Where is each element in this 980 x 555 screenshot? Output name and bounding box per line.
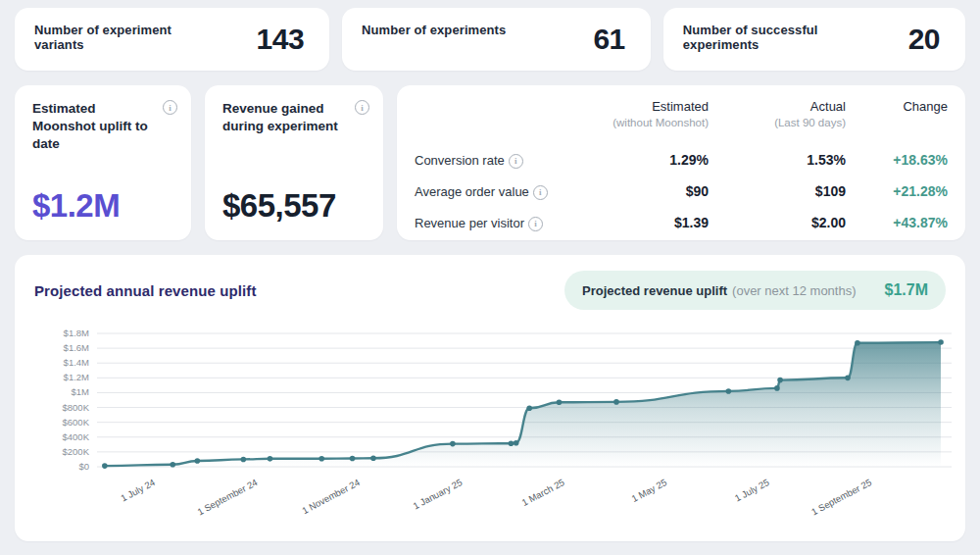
svg-text:1 November 24: 1 November 24 bbox=[300, 477, 362, 516]
stat-label: Number of experiments bbox=[362, 8, 506, 37]
info-icon[interactable]: i bbox=[533, 185, 548, 200]
top-stats-row: Number of experiment variants 143 Number… bbox=[15, 8, 965, 71]
svg-text:$400K: $400K bbox=[63, 431, 90, 442]
kpi-label: Estimated Moonshot uplift to date bbox=[32, 100, 157, 152]
svg-text:$800K: $800K bbox=[63, 402, 90, 413]
stat-card-experiments: Number of experiments 61 bbox=[342, 8, 651, 71]
metrics-header-change: Change bbox=[846, 99, 948, 144]
svg-text:$1.4M: $1.4M bbox=[64, 357, 89, 368]
column-title: Actual bbox=[709, 99, 846, 114]
chart-area-series bbox=[102, 339, 944, 469]
chart-title: Projected annual revenue uplift bbox=[34, 282, 256, 299]
svg-text:1 July 25: 1 July 25 bbox=[733, 477, 771, 504]
metric-label-text: Conversion rate bbox=[415, 153, 505, 168]
column-title: Estimated bbox=[554, 99, 709, 114]
chart-card: Projected annual revenue uplift Projecte… bbox=[15, 255, 965, 541]
metric-label: Revenue per visitor i bbox=[415, 207, 554, 238]
svg-text:1 July 24: 1 July 24 bbox=[119, 477, 157, 504]
column-title: Change bbox=[846, 99, 948, 114]
svg-text:1 May 25: 1 May 25 bbox=[629, 477, 668, 504]
svg-text:$0: $0 bbox=[78, 461, 89, 472]
metrics-table-card: Estimated (without Moonshot) Actual (Las… bbox=[397, 85, 965, 240]
metrics-table: Estimated (without Moonshot) Actual (Las… bbox=[415, 99, 948, 238]
projected-uplift-badge: Projected revenue uplift (over next 12 m… bbox=[564, 271, 946, 310]
stat-card-successful-experiments: Number of successful experiments 20 bbox=[663, 8, 965, 71]
dashboard: Number of experiment variants 143 Number… bbox=[0, 0, 980, 553]
column-subtitle: (without Moonshot) bbox=[554, 117, 709, 128]
badge-sublabel: (over next 12 months) bbox=[732, 283, 856, 298]
svg-text:$600K: $600K bbox=[63, 417, 90, 428]
column-subtitle: (Last 90 days) bbox=[709, 117, 846, 128]
metrics-header-spacer bbox=[415, 99, 554, 144]
metric-estimated: $1.39 bbox=[554, 207, 709, 238]
metric-change: +43.87% bbox=[846, 207, 948, 238]
badge-value: $1.7M bbox=[885, 281, 928, 299]
kpi-row: Estimated Moonshot uplift to date i $1.2… bbox=[15, 85, 965, 240]
badge-label: Projected revenue uplift bbox=[582, 283, 727, 298]
revenue-chart[interactable]: $0$200K$400K$600K$800K$1M$1.2M$1.4M$1.6M… bbox=[34, 320, 946, 535]
chart-y-axis-labels: $0$200K$400K$600K$800K$1M$1.2M$1.4M$1.6M… bbox=[63, 328, 90, 472]
svg-text:$1M: $1M bbox=[72, 386, 90, 397]
kpi-card-revenue-gained: Revenue gained during experiment i $65,5… bbox=[205, 85, 383, 240]
svg-text:$1.2M: $1.2M bbox=[64, 372, 89, 382]
metric-actual: $2.00 bbox=[709, 207, 846, 238]
stat-label: Number of experiment variants bbox=[34, 8, 202, 52]
svg-text:1 September 25: 1 September 25 bbox=[809, 477, 873, 517]
kpi-value: $1.2M bbox=[32, 187, 177, 225]
metric-label-text: Revenue per visitor bbox=[415, 216, 524, 230]
metric-label: Average order value i bbox=[415, 176, 554, 207]
metric-change: +18.63% bbox=[846, 144, 948, 176]
stat-value: 61 bbox=[593, 23, 624, 56]
info-icon[interactable]: i bbox=[509, 154, 523, 169]
svg-text:$200K: $200K bbox=[63, 446, 90, 457]
kpi-card-moonshot-uplift: Estimated Moonshot uplift to date i $1.2… bbox=[15, 85, 191, 240]
metrics-header-estimated: Estimated (without Moonshot) bbox=[554, 99, 709, 144]
stat-card-experiment-variants: Number of experiment variants 143 bbox=[15, 8, 329, 71]
info-icon[interactable]: i bbox=[528, 217, 543, 231]
svg-text:1 March 25: 1 March 25 bbox=[520, 477, 566, 508]
svg-text:1 January 25: 1 January 25 bbox=[412, 477, 465, 512]
metrics-header-actual: Actual (Last 90 days) bbox=[709, 99, 846, 144]
kpi-label: Revenue gained during experiment bbox=[222, 100, 349, 135]
metric-actual: 1.53% bbox=[709, 144, 846, 176]
metric-estimated: 1.29% bbox=[554, 144, 709, 176]
info-icon[interactable]: i bbox=[163, 100, 177, 115]
kpi-value: $65,557 bbox=[222, 187, 369, 225]
svg-text:1 September 24: 1 September 24 bbox=[196, 477, 260, 517]
stat-value: 20 bbox=[908, 23, 940, 56]
metric-label: Conversion rate i bbox=[415, 144, 554, 176]
revenue-chart-canvas[interactable]: $0$200K$400K$600K$800K$1M$1.2M$1.4M$1.6M… bbox=[34, 320, 959, 531]
info-icon[interactable]: i bbox=[355, 100, 369, 115]
metric-actual: $109 bbox=[709, 176, 846, 207]
metric-estimated: $90 bbox=[554, 176, 709, 207]
stat-value: 143 bbox=[257, 23, 305, 56]
chart-x-axis-labels: 1 July 241 September 241 November 241 Ja… bbox=[119, 477, 873, 517]
svg-text:$1.8M: $1.8M bbox=[64, 328, 89, 338]
metric-label-text: Average order value bbox=[415, 184, 529, 199]
svg-text:$1.6M: $1.6M bbox=[64, 342, 89, 353]
stat-label: Number of successful experiments bbox=[683, 8, 843, 52]
metric-change: +21.28% bbox=[846, 176, 948, 207]
